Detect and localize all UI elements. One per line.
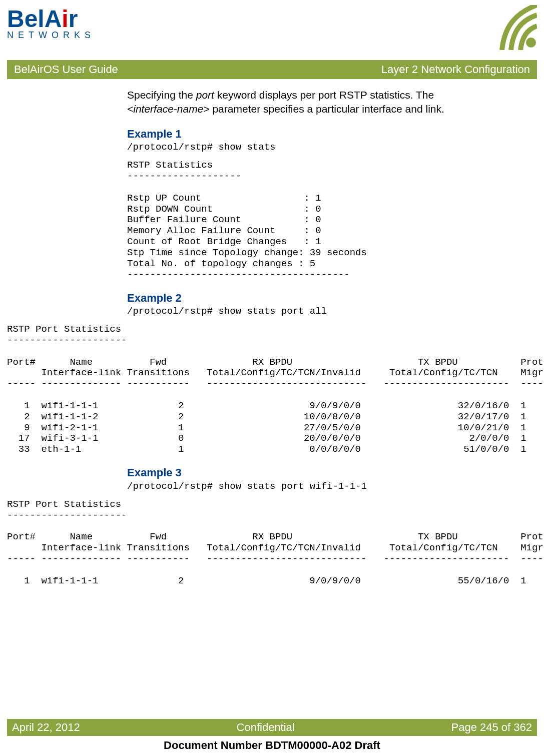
header: BelAir NETWORKS bbox=[0, 0, 544, 50]
footer-bar: April 22, 2012 Confidential Page 245 of … bbox=[7, 719, 537, 736]
example3-output: RSTP Port Statistics -------------------… bbox=[7, 499, 537, 587]
intro-paragraph: Specifying the port keyword displays per… bbox=[127, 88, 537, 117]
content: Specifying the port keyword displays per… bbox=[0, 79, 544, 586]
intro-interface-name: <interface-name> bbox=[127, 103, 210, 115]
example1-heading: Example 1 bbox=[127, 127, 537, 142]
logo-text-2: r bbox=[69, 6, 78, 32]
document-number: Document Number BDTM00000-A02 Draft bbox=[0, 739, 544, 752]
title-left: BelAirOS User Guide bbox=[14, 63, 118, 76]
title-bar: BelAirOS User Guide Layer 2 Network Conf… bbox=[7, 60, 537, 79]
example2-command: /protocol/rstp# show stats port all bbox=[127, 306, 537, 317]
logo-subtitle: NETWORKS bbox=[7, 30, 95, 41]
intro-text-2: keyword displays per port RSTP statistic… bbox=[214, 89, 434, 101]
example3-command: /protocol/rstp# show stats port wifi-1-1… bbox=[127, 481, 537, 492]
title-right: Layer 2 Network Configuration bbox=[381, 63, 530, 76]
example3-heading: Example 3 bbox=[127, 465, 537, 480]
svg-point-0 bbox=[526, 38, 536, 48]
footer-center: Confidential bbox=[237, 721, 295, 734]
intro-text-1: Specifying the bbox=[127, 89, 196, 101]
example2-heading: Example 2 bbox=[127, 291, 537, 306]
example1-output: RSTP Statistics -------------------- Rst… bbox=[127, 160, 537, 280]
intro-text-3: parameter specifies a particular interfa… bbox=[210, 103, 444, 115]
footer-date: April 22, 2012 bbox=[12, 721, 80, 734]
example2-output: RSTP Port Statistics -------------------… bbox=[7, 324, 537, 455]
logo-block: BelAir NETWORKS bbox=[7, 5, 95, 41]
footer-page: Page 245 of 362 bbox=[451, 721, 532, 734]
corner-graphic-icon bbox=[472, 5, 537, 50]
intro-keyword-port: port bbox=[196, 89, 214, 101]
logo-dot-icon: i bbox=[62, 6, 68, 32]
logo-main: BelAir bbox=[7, 5, 95, 33]
example1-command: /protocol/rstp# show stats bbox=[127, 142, 537, 153]
logo-text-1: BelA bbox=[7, 6, 62, 32]
